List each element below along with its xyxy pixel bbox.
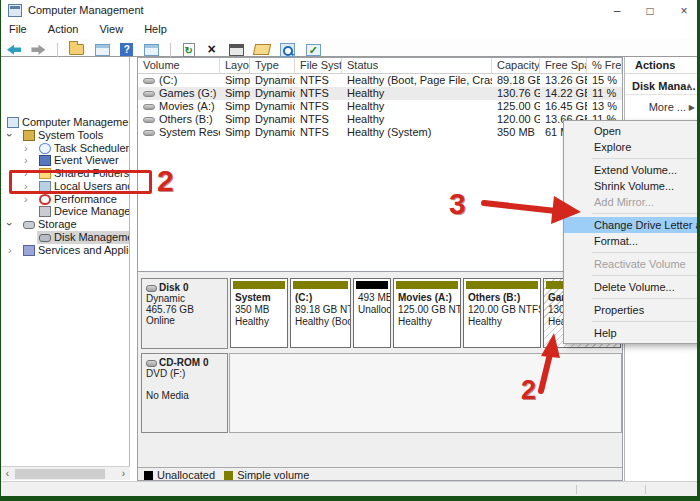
volume-list-header: Volume Layout Type File System Status Ca…: [138, 58, 622, 74]
cdrom-label[interactable]: CD-ROM 0 DVD (F:) No Media: [141, 353, 228, 433]
volume-name: Games (G:): [138, 87, 220, 100]
maximize-button[interactable]: □: [634, 0, 666, 22]
scroll-right-icon[interactable]: [117, 467, 130, 480]
menu-add-mirror: Add Mirror...: [564, 194, 700, 210]
forward-icon[interactable]: [31, 45, 45, 55]
volume-status: Healthy: [342, 113, 492, 126]
menu-file[interactable]: File: [0, 22, 36, 36]
chevron-collapsed-icon[interactable]: [8, 244, 12, 256]
volume-icon: [143, 91, 155, 97]
menu-view[interactable]: View: [90, 22, 132, 36]
window-border-left: [0, 0, 1, 501]
tree-horizontal-scrollbar[interactable]: [1, 466, 130, 480]
scroll-left-icon[interactable]: [1, 467, 14, 480]
column-layout[interactable]: Layout: [220, 58, 250, 74]
column-type[interactable]: Type: [250, 58, 295, 74]
chevron-collapsed-icon[interactable]: [24, 142, 28, 154]
legend-simple-volume: Simple volume: [237, 469, 309, 481]
volume-pfree: 11 %: [587, 87, 622, 100]
collapse-icon[interactable]: ▲: [685, 77, 693, 95]
column-file-system[interactable]: File System: [295, 58, 342, 74]
back-icon[interactable]: [7, 45, 21, 55]
tree-item-storage[interactable]: Storage: [1, 218, 130, 231]
volume-type: Dynamic: [250, 113, 295, 126]
volume-context-menu: Open Explore Extend Volume... Shrink Vol…: [563, 120, 700, 344]
volume-capacity: 125.00 GB: [492, 100, 540, 113]
tree-item-services-applications[interactable]: Services and Applications: [1, 244, 130, 257]
help-icon[interactable]: ?: [120, 43, 133, 56]
volume-free: 14.22 GB: [540, 87, 587, 100]
volume-fs: NTFS: [295, 126, 342, 139]
partition-unallocated[interactable]: 493 MB Unalloca: [353, 278, 391, 348]
menu-explore[interactable]: Explore: [564, 139, 700, 155]
actions-group-disk-management[interactable]: Disk Mana... ▲: [625, 77, 698, 95]
volume-icon: [143, 104, 155, 110]
submenu-arrow-icon: ▶: [689, 100, 695, 116]
partition-c[interactable]: (C:) 89.18 GB NTFS Healthy (Boot, Pag: [290, 278, 351, 348]
chevron-collapsed-icon[interactable]: [24, 193, 28, 205]
open-folder-icon[interactable]: [253, 44, 271, 55]
chevron-expanded-icon[interactable]: [4, 222, 16, 226]
delete-icon[interactable]: ×: [205, 43, 218, 56]
column-capacity[interactable]: Capacity: [492, 58, 540, 74]
menu-separator: [592, 158, 700, 159]
system-tools-icon: [23, 130, 35, 141]
column-status[interactable]: Status: [342, 58, 492, 74]
tree-item-event-viewer[interactable]: Event Viewer: [1, 154, 130, 167]
find-icon[interactable]: [280, 43, 295, 57]
column-free-space[interactable]: Free Space: [540, 58, 587, 74]
volume-row-games[interactable]: Games (G:) Simple Dynamic NTFS Healthy 1…: [138, 87, 622, 100]
scrollbar-thumb[interactable]: [15, 469, 105, 479]
tree-item-computer-management[interactable]: Computer Management (Local: [1, 116, 130, 129]
menu-delete-volume[interactable]: Delete Volume...: [564, 279, 700, 295]
volume-name: Others (B:): [138, 113, 220, 126]
menu-format[interactable]: Format...: [564, 233, 700, 249]
cdrom-empty-region[interactable]: [229, 353, 622, 433]
console-window-icon[interactable]: [144, 44, 159, 56]
properties-icon[interactable]: [229, 44, 244, 56]
tree-item-system-tools[interactable]: System Tools: [1, 129, 130, 142]
close-button[interactable]: ×: [668, 0, 700, 22]
menu-open[interactable]: Open: [564, 123, 700, 139]
volume-row-system-reserved[interactable]: System Reserved Simple Dynamic NTFS Heal…: [138, 126, 622, 139]
refresh-icon[interactable]: ↻: [183, 43, 195, 57]
disk0-label[interactable]: Disk 0 Dynamic 465.76 GB Online: [141, 278, 228, 349]
title-bar: Computer Management – □ ×: [0, 0, 700, 22]
toolbar-separator: [170, 43, 171, 57]
column-pct-free[interactable]: % Free: [587, 58, 622, 74]
volume-status: Healthy (System): [342, 126, 492, 139]
volume-fs: NTFS: [295, 113, 342, 126]
volume-row-c[interactable]: (C:) Simple Dynamic NTFS Healthy (Boot, …: [138, 74, 622, 87]
chevron-collapsed-icon[interactable]: [24, 154, 28, 166]
toolbar: ? ↻ × ✓: [0, 38, 700, 57]
legend-bar: Unallocated Simple volume: [138, 467, 622, 481]
menu-help[interactable]: Help: [564, 325, 700, 341]
snap-in-icon[interactable]: ✓: [306, 44, 321, 56]
partition-others[interactable]: Others (B:) 120.00 GB NTFS Healthy: [463, 278, 541, 348]
partition-movies[interactable]: Movies (A:) 125.00 GB NTFS Healthy: [393, 278, 461, 348]
show-console-tree-icon[interactable]: [95, 44, 110, 56]
window-border-bottom: [0, 496, 700, 501]
menu-separator: [592, 275, 700, 276]
column-volume[interactable]: Volume: [138, 58, 220, 74]
menu-action[interactable]: Action: [39, 22, 88, 36]
volume-name: System Reserved: [138, 126, 220, 139]
volume-row-others[interactable]: Others (B:) Simple Dynamic NTFS Healthy …: [138, 113, 622, 126]
toolbar-separator: [57, 43, 58, 57]
tree-item-disk-management[interactable]: Disk Management: [1, 231, 130, 244]
partition-system[interactable]: System 350 MB Healthy: [230, 278, 288, 348]
menu-properties[interactable]: Properties: [564, 302, 700, 318]
minimize-button[interactable]: –: [601, 0, 633, 22]
menu-separator: [592, 213, 700, 214]
menu-change-drive-letter[interactable]: Change Drive Letter and Paths...: [564, 217, 700, 233]
more-actions[interactable]: More ... ▶: [625, 99, 698, 115]
unallocated-bar: [356, 281, 388, 289]
chevron-expanded-icon[interactable]: [4, 133, 16, 137]
menu-shrink-volume[interactable]: Shrink Volume...: [564, 178, 700, 194]
menu-extend-volume[interactable]: Extend Volume...: [564, 162, 700, 178]
volume-row-movies[interactable]: Movies (A:) Simple Dynamic NTFS Healthy …: [138, 100, 622, 113]
up-one-level-icon[interactable]: [69, 44, 84, 55]
tree-item-device-manager[interactable]: Device Manager: [1, 205, 130, 218]
menu-help[interactable]: Help: [135, 22, 176, 36]
event-viewer-icon: [39, 155, 51, 166]
